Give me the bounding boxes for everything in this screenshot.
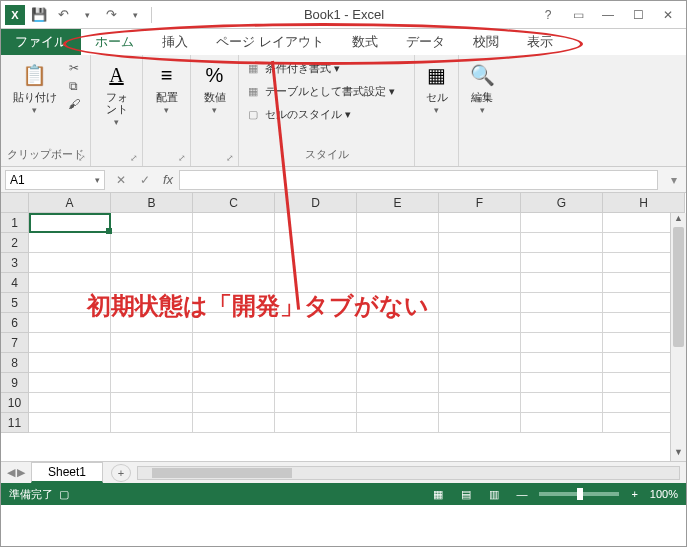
page-layout-view-icon[interactable]: ▤ (456, 486, 476, 502)
cell-styles-button[interactable]: ▢ セルのスタイル ▾ (245, 105, 351, 124)
editing-button[interactable]: 🔍 編集 ▾ (462, 59, 502, 117)
col-header[interactable]: H (603, 193, 685, 213)
col-header[interactable]: F (439, 193, 521, 213)
tab-insert[interactable]: 挿入 (148, 29, 202, 55)
undo-icon[interactable]: ↶ (53, 5, 73, 25)
name-box[interactable]: A1 ▾ (5, 170, 105, 190)
scroll-down-icon[interactable]: ▼ (671, 447, 686, 461)
chevron-down-icon: ▾ (480, 105, 485, 115)
sheet-tab[interactable]: Sheet1 (31, 462, 103, 483)
ribbon-display-options-icon[interactable]: ▭ (564, 5, 592, 25)
tab-data[interactable]: データ (392, 29, 459, 55)
tab-review[interactable]: 校閲 (459, 29, 513, 55)
tab-view[interactable]: 表示 (513, 29, 567, 55)
minimize-button[interactable]: — (594, 5, 622, 25)
group-alignment: ≡ 配置 ▾ ⤢ (143, 55, 191, 166)
row-header[interactable]: 5 (1, 293, 29, 313)
row-header[interactable]: 11 (1, 413, 29, 433)
scroll-thumb[interactable] (152, 468, 292, 478)
status-bar: 準備完了 ▢ ▦ ▤ ▥ — + 100% (1, 483, 686, 505)
undo-dropdown-icon[interactable]: ▾ (77, 5, 97, 25)
cells-area[interactable] (29, 213, 686, 433)
zoom-out-button[interactable]: — (512, 488, 531, 500)
vertical-scrollbar[interactable]: ▲ ▼ (670, 213, 686, 461)
cut-icon[interactable]: ✂ (65, 59, 83, 77)
conditional-formatting-button[interactable]: ▦ 条件付き書式 ▾ (245, 59, 340, 78)
font-dialog-launcher-icon[interactable]: ⤢ (128, 152, 140, 164)
tab-file[interactable]: ファイル (1, 29, 81, 55)
scroll-thumb[interactable] (673, 227, 684, 347)
zoom-thumb[interactable] (577, 488, 583, 500)
group-editing: 🔍 編集 ▾ (459, 55, 505, 166)
table-format-label: テーブルとして書式設定 ▾ (265, 84, 395, 99)
sheet-next-icon[interactable]: ▶ (17, 466, 25, 479)
col-header[interactable]: A (29, 193, 111, 213)
alignment-dialog-launcher-icon[interactable]: ⤢ (176, 152, 188, 164)
alignment-label: 配置 (156, 91, 178, 103)
expand-formula-bar-icon[interactable]: ▾ (662, 173, 686, 187)
macro-record-icon[interactable]: ▢ (59, 488, 69, 501)
horizontal-scrollbar[interactable] (137, 466, 680, 480)
row-header[interactable]: 7 (1, 333, 29, 353)
help-icon[interactable]: ? (534, 5, 562, 25)
alignment-button[interactable]: ≡ 配置 ▾ (147, 59, 187, 117)
window-controls: ? ▭ — ☐ ✕ (534, 5, 686, 25)
paste-button[interactable]: 📋 貼り付け ▾ (9, 59, 61, 117)
chevron-down-icon[interactable]: ▾ (95, 175, 100, 185)
row-header[interactable]: 6 (1, 313, 29, 333)
chevron-down-icon: ▾ (164, 105, 169, 115)
excel-app-icon[interactable]: X (5, 5, 25, 25)
save-icon[interactable]: 💾 (29, 5, 49, 25)
clipboard-dialog-launcher-icon[interactable]: ⤢ (76, 152, 88, 164)
add-sheet-button[interactable]: + (111, 464, 131, 482)
cancel-icon[interactable]: ✕ (109, 173, 133, 187)
row-header[interactable]: 1 (1, 213, 29, 233)
cells-label: セル (426, 91, 448, 103)
formula-bar-row: A1 ▾ ✕ ✓ fx ▾ (1, 167, 686, 193)
row-headers: 1 2 3 4 5 6 7 8 9 10 11 (1, 213, 29, 433)
group-cells: ▦ セル ▾ (415, 55, 459, 166)
row-header[interactable]: 4 (1, 273, 29, 293)
separator (151, 7, 152, 23)
col-header[interactable]: D (275, 193, 357, 213)
enter-icon[interactable]: ✓ (133, 173, 157, 187)
row-header[interactable]: 8 (1, 353, 29, 373)
page-break-view-icon[interactable]: ▥ (484, 486, 504, 502)
normal-view-icon[interactable]: ▦ (428, 486, 448, 502)
close-button[interactable]: ✕ (654, 5, 682, 25)
maximize-button[interactable]: ☐ (624, 5, 652, 25)
chevron-down-icon: ▾ (212, 105, 217, 115)
sheet-prev-icon[interactable]: ◀ (7, 466, 15, 479)
copy-icon[interactable]: ⧉ (65, 77, 83, 95)
row-header[interactable]: 3 (1, 253, 29, 273)
formula-bar[interactable] (179, 170, 658, 190)
number-dialog-launcher-icon[interactable]: ⤢ (224, 152, 236, 164)
qat-customize-icon[interactable]: ▾ (125, 5, 145, 25)
tab-page-layout[interactable]: ページ レイアウト (202, 29, 338, 55)
col-header[interactable]: B (111, 193, 193, 213)
number-button[interactable]: % 数値 ▾ (195, 59, 235, 117)
col-header[interactable]: G (521, 193, 603, 213)
col-header[interactable]: C (193, 193, 275, 213)
col-header[interactable]: E (357, 193, 439, 213)
row-header[interactable]: 2 (1, 233, 29, 253)
zoom-slider[interactable] (539, 492, 619, 496)
row-header[interactable]: 9 (1, 373, 29, 393)
scroll-up-icon[interactable]: ▲ (671, 213, 686, 227)
tab-formulas[interactable]: 数式 (338, 29, 392, 55)
cells-icon: ▦ (421, 61, 453, 89)
format-painter-icon[interactable]: 🖌 (65, 95, 83, 113)
zoom-in-button[interactable]: + (627, 488, 641, 500)
select-all-corner[interactable] (1, 193, 29, 213)
font-label: フォント (101, 91, 133, 115)
cells-button[interactable]: ▦ セル ▾ (417, 59, 457, 117)
tab-home[interactable]: ホーム (81, 29, 148, 55)
font-button[interactable]: A フォント ▾ (97, 59, 137, 129)
redo-icon[interactable]: ↷ (101, 5, 121, 25)
row-header[interactable]: 10 (1, 393, 29, 413)
format-as-table-button[interactable]: ▦ テーブルとして書式設定 ▾ (245, 82, 395, 101)
zoom-level[interactable]: 100% (650, 488, 678, 500)
name-box-value: A1 (10, 173, 25, 187)
fx-icon[interactable]: fx (157, 172, 179, 187)
conditional-format-icon: ▦ (245, 62, 261, 76)
